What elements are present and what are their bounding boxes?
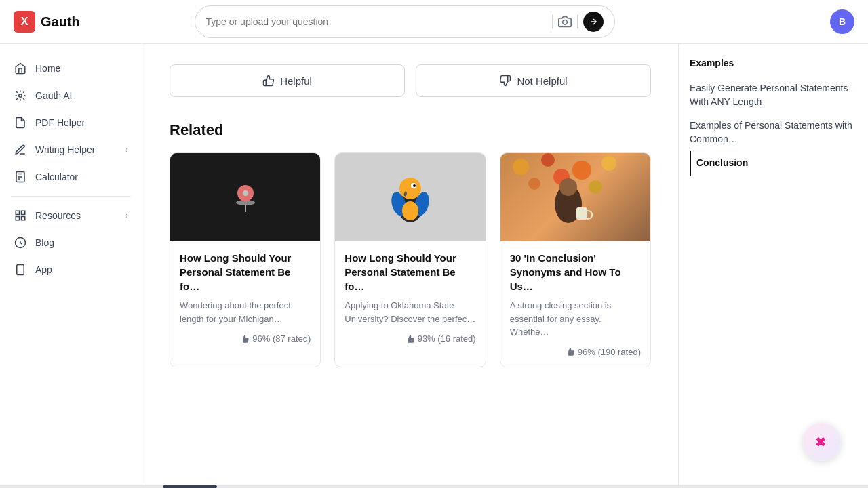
related-title: Related	[170, 121, 651, 139]
right-panel: Examples Easily Generate Personal Statem…	[678, 44, 868, 485]
logo[interactable]: X Gauth	[14, 11, 80, 33]
camera-icon[interactable]	[558, 15, 572, 28]
toc-title: Examples	[690, 58, 857, 68]
svg-point-29	[528, 178, 540, 190]
main-layout: Home Gauth AI PDF Helper Writing Helper …	[0, 44, 868, 485]
card-body-3: 30 'In Conclusion' Synonyms and How To U…	[500, 241, 650, 367]
card-desc-2: Applying to Oklahoma State University? D…	[344, 299, 475, 325]
toc-item-2[interactable]: Examples of Personal Statements with Com…	[690, 114, 857, 151]
topbar: X Gauth B	[0, 0, 868, 44]
sidebar-label-app: App	[35, 264, 52, 275]
sidebar-item-app[interactable]: App	[0, 256, 142, 283]
card-body-2: How Long Should Your Personal Statement …	[335, 241, 485, 353]
main-content: Helpful Not Helpful Related	[142, 44, 678, 485]
sidebar-label-gauth-ai: Gauth AI	[35, 90, 72, 101]
search-bar	[195, 5, 615, 38]
svg-text:✖: ✖	[815, 435, 826, 449]
svg-point-33	[559, 178, 577, 196]
sidebar-item-writing-helper[interactable]: Writing Helper ›	[0, 136, 142, 163]
sidebar-label-home: Home	[35, 63, 60, 74]
svg-point-2	[19, 94, 22, 98]
bottom-scrollbar	[0, 485, 868, 488]
svg-rect-10	[22, 217, 25, 220]
related-grid: How Long Should Your Personal Statement …	[170, 152, 651, 367]
app-icon	[14, 263, 27, 277]
card-rating-3: 96% (190 rated)	[510, 347, 641, 357]
writing-icon	[14, 143, 27, 157]
card-title-1: How Long Should Your Personal Statement …	[180, 251, 311, 293]
svg-rect-8	[22, 211, 25, 214]
float-action-button[interactable]: ✖	[803, 423, 841, 461]
calculator-icon	[14, 170, 27, 184]
svg-point-24	[413, 184, 416, 187]
sidebar-label-pdf-helper: PDF Helper	[35, 117, 85, 128]
search-input[interactable]	[206, 16, 547, 27]
svg-rect-7	[16, 211, 19, 214]
resources-icon	[14, 209, 27, 222]
sidebar-label-writing-helper: Writing Helper	[35, 144, 95, 155]
svg-point-22	[399, 178, 421, 199]
card-image-2	[335, 153, 485, 241]
sidebar-label-calculator: Calculator	[35, 171, 78, 182]
related-card-3[interactable]: 30 'In Conclusion' Synonyms and How To U…	[500, 152, 651, 367]
svg-point-21	[402, 201, 418, 220]
search-divider	[552, 15, 553, 28]
resources-chevron-icon: ›	[125, 211, 128, 220]
card-image-1	[170, 153, 320, 241]
svg-point-27	[572, 161, 591, 180]
related-card-1[interactable]: How Long Should Your Personal Statement …	[170, 152, 321, 367]
search-divider-2	[577, 15, 578, 28]
blog-icon	[14, 236, 27, 249]
writing-chevron-icon: ›	[125, 145, 128, 155]
related-card-2[interactable]: How Long Should Your Personal Statement …	[334, 152, 486, 367]
gauth-ai-icon	[14, 89, 27, 102]
home-icon	[14, 62, 27, 75]
helpful-button[interactable]: Helpful	[170, 64, 405, 97]
sidebar-item-resources[interactable]: Resources ›	[0, 202, 142, 229]
card-rating-1: 96% (87 rated)	[180, 333, 311, 344]
search-submit-button[interactable]	[583, 12, 604, 32]
toc-item-3[interactable]: Conclusion	[690, 151, 857, 176]
toc-item-1[interactable]: Easily Generate Personal Statements With…	[690, 77, 857, 114]
svg-point-16	[243, 190, 248, 196]
card-desc-3: A strong closing section is essential fo…	[510, 299, 641, 339]
sidebar-label-resources: Resources	[35, 210, 81, 221]
svg-rect-34	[576, 207, 587, 220]
svg-point-26	[541, 153, 555, 167]
svg-rect-9	[16, 217, 19, 220]
sidebar-label-blog: Blog	[35, 237, 54, 248]
svg-point-28	[601, 156, 616, 171]
card-title-3: 30 'In Conclusion' Synonyms and How To U…	[510, 251, 641, 293]
logo-text: Gauth	[41, 14, 80, 30]
not-helpful-button[interactable]: Not Helpful	[416, 64, 651, 97]
sidebar-item-gauth-ai[interactable]: Gauth AI	[0, 82, 142, 109]
sidebar: Home Gauth AI PDF Helper Writing Helper …	[0, 44, 142, 485]
svg-point-31	[589, 180, 602, 194]
card-desc-1: Wondering about the perfect length for y…	[180, 299, 311, 325]
sidebar-item-blog[interactable]: Blog	[0, 229, 142, 256]
logo-icon: X	[14, 11, 35, 33]
sidebar-item-home[interactable]: Home	[0, 55, 142, 82]
scroll-indicator	[163, 485, 217, 488]
pdf-icon	[14, 116, 27, 129]
sidebar-divider	[11, 196, 131, 197]
user-avatar[interactable]: B	[830, 9, 854, 34]
card-body-1: How Long Should Your Personal Statement …	[170, 241, 320, 353]
svg-point-25	[513, 159, 529, 175]
card-image-3	[500, 153, 650, 241]
card-title-2: How Long Should Your Personal Statement …	[344, 251, 475, 293]
sidebar-item-calculator[interactable]: Calculator	[0, 163, 142, 190]
sidebar-item-pdf-helper[interactable]: PDF Helper	[0, 109, 142, 136]
feedback-row: Helpful Not Helpful	[170, 64, 651, 97]
card-rating-2: 93% (16 rated)	[344, 333, 475, 344]
svg-point-0	[562, 20, 567, 25]
